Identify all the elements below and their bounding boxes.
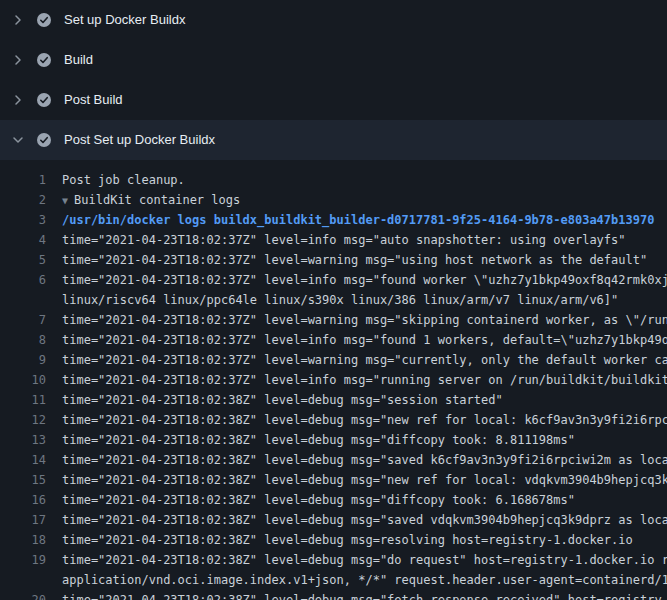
check-circle-icon <box>36 52 52 68</box>
group-title: BuildKit container logs <box>74 193 240 207</box>
line-number[interactable]: 14 <box>0 450 46 470</box>
log-line: 6 time="2021-04-23T18:02:37Z" level=info… <box>0 270 667 290</box>
log-line: 14 time="2021-04-23T18:02:38Z" level=deb… <box>0 450 667 470</box>
line-number[interactable] <box>0 290 46 310</box>
log-viewer: 1 Post job cleanup. 2 ▼ BuildKit contain… <box>0 160 667 600</box>
log-line: 9 time="2021-04-23T18:02:37Z" level=warn… <box>0 350 667 370</box>
line-number[interactable] <box>0 570 46 590</box>
line-number[interactable]: 8 <box>0 330 46 350</box>
step-row-set-up-docker-buildx[interactable]: Set up Docker Buildx <box>0 0 667 40</box>
line-number[interactable]: 6 <box>0 270 46 290</box>
chevron-right-icon <box>10 52 26 68</box>
check-circle-icon <box>36 132 52 148</box>
line-number[interactable]: 3 <box>0 210 46 230</box>
log-line: 5 time="2021-04-23T18:02:37Z" level=warn… <box>0 250 667 270</box>
log-text: time="2021-04-23T18:02:37Z" level=info m… <box>46 270 667 290</box>
log-text: time="2021-04-23T18:02:38Z" level=debug … <box>46 530 633 550</box>
line-number[interactable]: 20 <box>0 590 46 600</box>
line-number[interactable]: 9 <box>0 350 46 370</box>
log-line: 8 time="2021-04-23T18:02:37Z" level=info… <box>0 330 667 350</box>
log-line: 7 time="2021-04-23T18:02:37Z" level=warn… <box>0 310 667 330</box>
log-line: 2 ▼ BuildKit container logs <box>0 190 667 210</box>
log-text: time="2021-04-23T18:02:38Z" level=debug … <box>46 430 575 450</box>
log-text: time="2021-04-23T18:02:37Z" level=warnin… <box>46 350 667 370</box>
line-number[interactable]: 18 <box>0 530 46 550</box>
step-label: Build <box>64 40 93 80</box>
log-text: Post job cleanup. <box>46 170 185 190</box>
log-text: time="2021-04-23T18:02:38Z" level=debug … <box>46 470 667 490</box>
log-text: time="2021-04-23T18:02:38Z" level=debug … <box>46 450 667 470</box>
log-text: time="2021-04-23T18:02:38Z" level=debug … <box>46 390 503 410</box>
log-line: 15 time="2021-04-23T18:02:38Z" level=deb… <box>0 470 667 490</box>
log-line: 13 time="2021-04-23T18:02:38Z" level=deb… <box>0 430 667 450</box>
line-number[interactable]: 2 <box>0 190 46 210</box>
log-line: application/vnd.oci.image.index.v1+json,… <box>0 570 667 590</box>
check-circle-icon <box>36 12 52 28</box>
step-row-post-build[interactable]: Post Build <box>0 80 667 120</box>
check-circle-icon <box>36 92 52 108</box>
line-number[interactable]: 17 <box>0 510 46 530</box>
log-line: 19 time="2021-04-23T18:02:38Z" level=deb… <box>0 550 667 570</box>
log-text: time="2021-04-23T18:02:37Z" level=warnin… <box>46 310 667 330</box>
group-toggle-icon[interactable]: ▼ <box>62 195 74 206</box>
log-text: time="2021-04-23T18:02:38Z" level=debug … <box>46 550 667 570</box>
log-text: time="2021-04-23T18:02:38Z" level=debug … <box>46 490 575 510</box>
step-label: Post Set up Docker Buildx <box>64 120 215 160</box>
line-number[interactable]: 4 <box>0 230 46 250</box>
log-line: 18 time="2021-04-23T18:02:38Z" level=deb… <box>0 530 667 550</box>
line-number[interactable]: 1 <box>0 170 46 190</box>
log-text: time="2021-04-23T18:02:37Z" level=info m… <box>46 330 667 350</box>
log-text: time="2021-04-23T18:02:37Z" level=info m… <box>46 370 667 390</box>
log-text: time="2021-04-23T18:02:37Z" level=info m… <box>46 230 626 250</box>
log-text: time="2021-04-23T18:02:38Z" level=debug … <box>46 590 662 600</box>
chevron-right-icon <box>10 12 26 28</box>
log-line: 3 /usr/bin/docker logs buildx_buildkit_b… <box>0 210 667 230</box>
line-number[interactable]: 15 <box>0 470 46 490</box>
log-line: 16 time="2021-04-23T18:02:38Z" level=deb… <box>0 490 667 510</box>
line-number[interactable]: 11 <box>0 390 46 410</box>
line-number[interactable]: 7 <box>0 310 46 330</box>
step-row-build[interactable]: Build <box>0 40 667 80</box>
chevron-down-icon <box>10 132 26 148</box>
log-line: 10 time="2021-04-23T18:02:37Z" level=inf… <box>0 370 667 390</box>
log-line: 20 time="2021-04-23T18:02:38Z" level=deb… <box>0 590 667 600</box>
log-text: /usr/bin/docker logs buildx_buildkit_bui… <box>46 210 654 230</box>
log-line: 17 time="2021-04-23T18:02:38Z" level=deb… <box>0 510 667 530</box>
line-number[interactable]: 10 <box>0 370 46 390</box>
log-line: 11 time="2021-04-23T18:02:38Z" level=deb… <box>0 390 667 410</box>
log-text: time="2021-04-23T18:02:38Z" level=debug … <box>46 410 667 430</box>
chevron-right-icon <box>10 92 26 108</box>
log-text: time="2021-04-23T18:02:37Z" level=warnin… <box>46 250 647 270</box>
step-row-post-set-up-docker-buildx[interactable]: Post Set up Docker Buildx <box>0 120 667 160</box>
log-text: time="2021-04-23T18:02:38Z" level=debug … <box>46 510 667 530</box>
step-label: Set up Docker Buildx <box>64 0 185 40</box>
line-number[interactable]: 12 <box>0 410 46 430</box>
line-number[interactable]: 5 <box>0 250 46 270</box>
log-line: 4 time="2021-04-23T18:02:37Z" level=info… <box>0 230 667 250</box>
log-text: linux/riscv64 linux/ppc64le linux/s390x … <box>46 290 618 310</box>
line-number[interactable]: 13 <box>0 430 46 450</box>
line-number[interactable]: 19 <box>0 550 46 570</box>
log-line: 12 time="2021-04-23T18:02:38Z" level=deb… <box>0 410 667 430</box>
line-number[interactable]: 16 <box>0 490 46 510</box>
log-text: application/vnd.oci.image.index.v1+json,… <box>46 570 667 590</box>
log-line: 1 Post job cleanup. <box>0 170 667 190</box>
log-text: ▼ BuildKit container logs <box>46 190 240 210</box>
step-label: Post Build <box>64 80 123 120</box>
steps-list: Set up Docker Buildx Build Post Buil <box>0 0 667 160</box>
log-line: linux/riscv64 linux/ppc64le linux/s390x … <box>0 290 667 310</box>
